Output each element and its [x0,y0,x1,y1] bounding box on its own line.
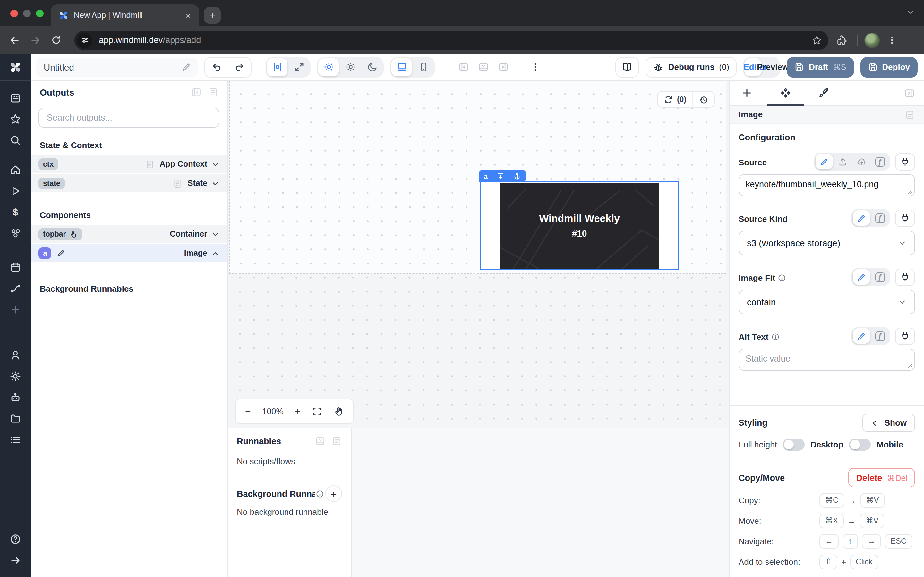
draft-button[interactable]: Draft ⌘S [787,57,854,77]
pan-hand-icon[interactable] [334,406,344,416]
centered-layout-button[interactable] [267,58,288,76]
docs-button[interactable] [615,57,640,77]
toolbar-more-icon[interactable]: ⋮ [531,61,540,73]
fx-icon[interactable]: ƒ [871,328,889,343]
static-pencil-icon[interactable] [853,328,870,343]
bookmark-star-icon[interactable] [812,35,822,45]
connect-plug-icon[interactable] [895,210,915,227]
image-fit-select[interactable]: contain [738,290,915,314]
chevron-down-icon[interactable] [211,160,220,168]
fit-view-icon[interactable] [312,406,322,416]
app-title-field[interactable]: Untitled [36,57,198,77]
collapse-down-icon[interactable] [315,436,325,446]
redo-button[interactable] [228,57,251,77]
fx-icon[interactable]: ƒ [871,154,889,169]
collapse-right-panel-icon[interactable] [904,87,915,98]
full-height-mobile-toggle[interactable] [849,438,871,451]
outputs-doc-icon[interactable] [208,87,218,97]
browser-menu-icon[interactable]: ⋮ [887,34,897,46]
chevron-up-icon[interactable] [211,249,220,258]
preview-tab[interactable]: Preview [762,58,779,76]
image-component-badge[interactable]: a [39,247,52,259]
chevron-down-icon[interactable] [211,230,220,238]
expand-down-icon[interactable] [492,170,509,182]
component-row-topbar[interactable]: topbar Container [31,225,227,243]
debug-runs-button[interactable]: Debug runs (0) [646,57,737,77]
profile-avatar[interactable] [864,32,880,48]
sidebar-item-search[interactable] [0,129,31,151]
toggle-right-panel-icon[interactable] [498,61,509,73]
dark-theme-button[interactable] [362,58,383,76]
fx-icon[interactable]: ƒ [871,269,889,285]
reload-icon[interactable] [47,32,64,48]
sidebar-item-folders[interactable] [0,408,31,429]
sidebar-item-routes[interactable] [0,277,31,299]
static-pencil-icon[interactable] [853,210,870,226]
windmill-logo[interactable] [0,54,31,81]
mobile-view-button[interactable] [413,58,434,76]
sidebar-item-home[interactable] [0,159,31,180]
sidebar-item-schedules[interactable] [0,256,31,277]
static-pencil-icon[interactable] [853,269,870,285]
connect-plug-icon[interactable] [895,327,915,345]
chevron-down-icon[interactable] [211,179,220,187]
source-value-input[interactable]: keynote/thumbnail_weekly_10.png [738,174,915,196]
component-doc-icon[interactable] [905,109,915,119]
fx-icon[interactable]: ƒ [871,210,889,226]
history-button[interactable] [692,92,714,107]
desktop-view-button[interactable] [391,58,412,76]
extensions-icon[interactable] [836,35,847,45]
browser-tab[interactable]: New App | Windmill × [51,5,199,26]
upload-icon[interactable] [834,154,851,169]
auto-theme-button[interactable] [318,58,339,76]
output-row-ctx[interactable]: ctx App Context [31,155,227,173]
add-background-runnable-button[interactable]: + [325,485,342,502]
app-canvas[interactable]: (0) a [228,81,729,428]
deploy-button[interactable]: Deploy [860,57,918,77]
toggle-bottom-panel-icon[interactable] [478,61,489,73]
cloud-upload-icon[interactable] [853,154,870,169]
source-kind-select[interactable]: s3 (workspace storage) [738,231,915,255]
sidebar-item-runs[interactable] [0,180,31,201]
tab-overflow-chevron-icon[interactable] [906,8,915,17]
sidebar-item-resources[interactable] [0,222,31,243]
component-row-image[interactable]: a Image [31,244,227,262]
anchor-icon[interactable] [509,170,525,182]
toggle-left-panel-icon[interactable] [458,61,469,73]
tab-close-icon[interactable]: × [184,11,192,20]
selected-image-component[interactable]: a [480,181,679,270]
back-icon[interactable] [6,32,23,48]
new-tab-button[interactable]: + [204,7,221,24]
alt-text-input[interactable] [738,349,915,371]
zoom-in-icon[interactable]: + [295,406,300,417]
rename-pencil-icon[interactable] [57,249,66,258]
sidebar-item-workers[interactable] [0,387,31,408]
topbar-badge[interactable]: topbar [39,228,82,240]
search-outputs-input[interactable] [45,112,212,123]
connect-plug-icon[interactable] [895,153,915,170]
sidebar-item-add[interactable] [0,299,31,320]
static-pencil-icon[interactable] [816,154,833,169]
delete-button[interactable]: Delete ⌘Del [848,468,915,487]
sidebar-expand-icon[interactable] [0,550,31,571]
sidebar-item-settings[interactable] [0,366,31,387]
output-row-state[interactable]: state State [31,174,227,192]
sidebar-item-help[interactable] [0,528,31,550]
refresh-components-button[interactable]: (0) [658,92,692,107]
close-window-button[interactable] [10,10,18,17]
fullscreen-layout-button[interactable] [289,58,309,76]
sidebar-item-users[interactable] [0,344,31,366]
runnables-doc-icon[interactable] [332,436,342,446]
sidebar-item-apps[interactable] [0,87,31,108]
component-id-badge[interactable]: a [479,170,492,182]
window-controls[interactable] [10,10,44,17]
address-bar[interactable]: app.windmill.dev/apps/add [74,31,829,50]
state-badge[interactable]: state [39,177,65,189]
sidebar-item-favorites[interactable] [0,108,31,129]
edit-title-pencil-icon[interactable] [182,62,191,72]
connect-plug-icon[interactable] [895,268,915,285]
tab-insert[interactable] [738,81,755,105]
maximize-window-button[interactable] [36,10,44,17]
forward-icon[interactable] [27,32,44,48]
tab-styling[interactable] [816,81,832,105]
